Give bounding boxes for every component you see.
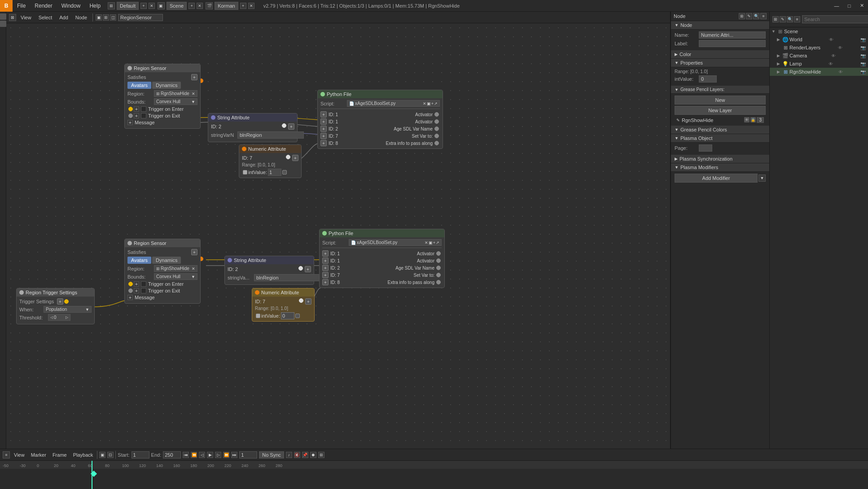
dynamics-btn-1[interactable]: Dynamics	[152, 82, 181, 89]
menu-help[interactable]: Help	[85, 1, 105, 10]
world-render[interactable]: 📷	[860, 36, 866, 43]
sidebar-icon-2[interactable]	[0, 21, 6, 27]
page-value[interactable]	[699, 144, 712, 152]
script-new-1[interactable]: +	[431, 101, 434, 106]
tree-item-camera[interactable]: ▶ 🎬 Camera 👁 📷	[770, 52, 868, 60]
properties-section-header[interactable]: ▼ Properties	[671, 59, 769, 67]
sidebar-icon[interactable]	[0, 13, 6, 20]
tl-icon-1[interactable]: ▣	[99, 452, 105, 458]
add-socket-1[interactable]: +	[134, 106, 139, 112]
timeline-content[interactable]	[0, 469, 868, 489]
renderlayers-eye[interactable]: 👁	[837, 44, 843, 51]
tl-view[interactable]: View	[12, 451, 27, 458]
props-icon-1[interactable]: ⊞	[739, 13, 745, 19]
start-frame[interactable]: 1	[132, 451, 149, 458]
add-socket-exit-2[interactable]: +	[134, 288, 139, 293]
tb-add[interactable]: Add	[57, 14, 71, 21]
new-btn[interactable]: New	[675, 96, 766, 105]
script-new-2[interactable]: +	[433, 240, 435, 245]
tb-icon-3[interactable]: ◫	[110, 14, 116, 21]
scene-remove-btn[interactable]: ✕	[197, 3, 203, 9]
int-input-1[interactable]	[268, 169, 281, 176]
ol-icon-4[interactable]: ≡	[794, 16, 800, 22]
end-frame[interactable]: 250	[163, 451, 181, 458]
python-script-value-1[interactable]: 📄 xAgeSDLBoolSet.py ✕ ▣ + ↗	[347, 100, 440, 107]
tb-sensor-input[interactable]	[118, 14, 163, 21]
region-value-1[interactable]: ⊞ RgnShowHide ✕	[154, 90, 197, 97]
play-jump-end[interactable]: ⏭	[231, 452, 237, 458]
layer-icon-1[interactable]: 👁	[744, 117, 750, 122]
add-socket-msg-1[interactable]: +	[127, 120, 133, 125]
tree-item-renderlayers[interactable]: ⊞ RenderLayers 👁 📷	[770, 44, 868, 52]
string-var-input-1[interactable]	[237, 131, 304, 139]
when-value[interactable]: Population ▼	[44, 306, 92, 313]
renderlayers-render[interactable]: 📷	[860, 44, 866, 51]
play-jump-start[interactable]: ⏮	[183, 452, 189, 458]
close-button[interactable]: ✕	[855, 0, 868, 12]
row5-add-1[interactable]: +	[320, 140, 327, 146]
lamp-eye[interactable]: 👁	[828, 61, 834, 67]
add-socket-msg-2[interactable]: +	[127, 295, 133, 300]
props-icon-2[interactable]: ✎	[746, 13, 752, 19]
add-modifier-icon[interactable]: ▼	[758, 175, 766, 182]
camera-eye[interactable]: 👁	[830, 52, 837, 59]
row4-add-2[interactable]: +	[322, 272, 329, 278]
maximize-button[interactable]: □	[843, 0, 855, 12]
minimize-button[interactable]: —	[830, 0, 843, 12]
lamp-render[interactable]: 📷	[860, 61, 866, 67]
plasma-object-header[interactable]: ▼ Plasma Object	[671, 134, 769, 143]
int-input-2[interactable]	[281, 312, 294, 319]
threshold-value[interactable]: ◁ 0 ▷	[48, 314, 70, 321]
ol-icon-2[interactable]: ✎	[780, 16, 786, 22]
tree-item-scene[interactable]: ▼ ⊞ Scene	[770, 27, 868, 35]
tb-icon-1[interactable]: ▣	[96, 14, 102, 21]
menu-window[interactable]: Window	[57, 1, 85, 10]
scene-select[interactable]: Scene	[167, 2, 187, 10]
camera-add-btn[interactable]: +	[240, 3, 246, 9]
dynamics-btn-2[interactable]: Dynamics	[152, 257, 181, 264]
add-workspace-btn[interactable]: +	[140, 3, 147, 9]
tl-mute-icon[interactable]: 🔇	[294, 452, 300, 458]
script-close-2[interactable]: ✕	[425, 240, 428, 245]
row1-add-2[interactable]: +	[322, 250, 329, 257]
ol-icon-3[interactable]: 🔍	[787, 16, 793, 22]
checkbox-enter-1[interactable]	[141, 106, 146, 112]
script-open-2[interactable]: ↗	[436, 240, 439, 245]
tl-audio-icon[interactable]: ♪	[286, 452, 292, 458]
play-btn[interactable]: ▶	[207, 452, 213, 458]
new-layer-btn[interactable]: New Layer	[675, 106, 766, 115]
region-sensor-2-add[interactable]: +	[191, 249, 197, 255]
checkbox-enter-2[interactable]	[141, 281, 146, 287]
row4-add-1[interactable]: +	[320, 133, 327, 139]
add-socket-exit-1[interactable]: +	[134, 113, 139, 118]
bounds-value-1[interactable]: Convex Hull ▼	[154, 98, 197, 105]
script-close-1[interactable]: ✕	[423, 101, 426, 106]
tb-icon-2[interactable]: ⊞	[103, 14, 109, 21]
string-add-1[interactable]: +	[288, 123, 294, 130]
grease-pencil-colors-header[interactable]: ▼ Grease Pencil Colors	[671, 126, 769, 134]
tl-marker[interactable]: Marker	[29, 451, 48, 458]
camera-select[interactable]: Korman	[215, 2, 238, 10]
workspace-tab[interactable]: Default	[117, 2, 139, 10]
editor-type-icon[interactable]: ⊞	[108, 2, 115, 9]
camera-remove-btn[interactable]: ✕	[248, 3, 254, 9]
row3-add-1[interactable]: +	[320, 126, 327, 132]
add-modifier-btn[interactable]: Add Modifier	[675, 174, 758, 183]
tl-record-icon[interactable]: ⏺	[310, 452, 316, 458]
tb-node[interactable]: Node	[73, 14, 90, 21]
play-next-frame[interactable]: ▷	[215, 452, 221, 458]
grease-layer-rgnshowing[interactable]: ✎ RgnShowHide 👁 🔒 3	[675, 116, 766, 124]
tl-type-icon[interactable]: ≡	[3, 451, 10, 458]
checkbox-exit-1[interactable]	[141, 113, 146, 118]
tree-item-rgnshowing[interactable]: ▶ ⊞ RgnShowHide 👁 📷	[770, 68, 868, 76]
rgn-render[interactable]: 📷	[860, 69, 866, 75]
layer-icon-2[interactable]: 🔒	[750, 117, 756, 122]
tree-item-world[interactable]: ▶ 🌐 World 👁 📷	[770, 35, 868, 44]
script-browse-1[interactable]: ▣	[427, 101, 431, 106]
render-engine-icon[interactable]: ▣	[158, 2, 165, 9]
current-frame[interactable]: 1	[239, 451, 257, 458]
region-sensor-1-add[interactable]: +	[191, 74, 197, 80]
node-canvas[interactable]: Region Sensor Satisfies + Avatars Dynami…	[6, 23, 670, 476]
bounds-value-2[interactable]: Convex Hull ▼	[154, 273, 197, 280]
plasma-sync-header[interactable]: ▶ Plasma Synchronization	[671, 155, 769, 163]
